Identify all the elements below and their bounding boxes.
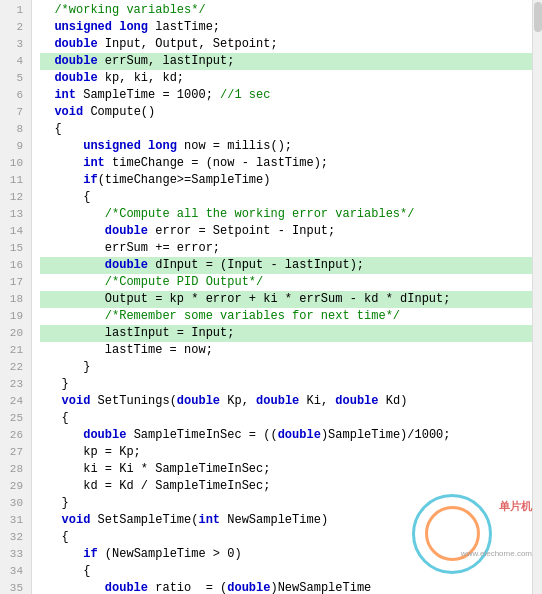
code-line: errSum += error;: [40, 240, 532, 257]
line-number: 14: [8, 223, 23, 240]
code-line: double ratio = (double)NewSampleTime: [40, 580, 532, 594]
code-line: double dInput = (Input - lastInput);: [40, 257, 532, 274]
code-line: {: [40, 563, 532, 580]
code-line: int timeChange = (now - lastTime);: [40, 155, 532, 172]
line-number: 3: [8, 36, 23, 53]
code-line: void SetTunings(double Kp, double Ki, do…: [40, 393, 532, 410]
code-line: if (NewSampleTime > 0): [40, 546, 532, 563]
code-line: lastTime = now;: [40, 342, 532, 359]
line-number: 1: [8, 2, 23, 19]
code-line: double error = Setpoint - Input;: [40, 223, 532, 240]
line-number: 32: [8, 529, 23, 546]
code-line: kd = Kd / SampleTimeInSec;: [40, 478, 532, 495]
scrollbar-track[interactable]: [532, 0, 542, 594]
line-number: 7: [8, 104, 23, 121]
code-line: lastInput = Input;: [40, 325, 532, 342]
line-number: 25: [8, 410, 23, 427]
line-number: 16: [8, 257, 23, 274]
line-number: 10: [8, 155, 23, 172]
line-number: 23: [8, 376, 23, 393]
code-line: unsigned long now = millis();: [40, 138, 532, 155]
line-number: 19: [8, 308, 23, 325]
line-number: 15: [8, 240, 23, 257]
line-number: 22: [8, 359, 23, 376]
line-number: 31: [8, 512, 23, 529]
line-number: 11: [8, 172, 23, 189]
line-number: 6: [8, 87, 23, 104]
line-number: 13: [8, 206, 23, 223]
line-number: 2: [8, 19, 23, 36]
code-line: int SampleTime = 1000; //1 sec: [40, 87, 532, 104]
code-line: {: [40, 121, 532, 138]
code-line: {: [40, 529, 532, 546]
line-number: 4: [8, 53, 23, 70]
line-number: 29: [8, 478, 23, 495]
line-number: 12: [8, 189, 23, 206]
code-line: void SetSampleTime(int NewSampleTime): [40, 512, 532, 529]
code-line: /*Compute PID Output*/: [40, 274, 532, 291]
code-line: /*Compute all the working error variable…: [40, 206, 532, 223]
code-content[interactable]: /*working variables*/ unsigned long last…: [32, 0, 532, 594]
scrollbar-thumb[interactable]: [534, 2, 542, 32]
line-number: 9: [8, 138, 23, 155]
line-number: 5: [8, 70, 23, 87]
line-number: 35: [8, 580, 23, 594]
line-number: 20: [8, 325, 23, 342]
line-number: 17: [8, 274, 23, 291]
line-number: 21: [8, 342, 23, 359]
line-number: 24: [8, 393, 23, 410]
code-line: if(timeChange>=SampleTime): [40, 172, 532, 189]
code-area: 1234567891011121314151617181920212223242…: [0, 0, 542, 594]
code-line: }: [40, 359, 532, 376]
code-line: {: [40, 410, 532, 427]
line-numbers: 1234567891011121314151617181920212223242…: [0, 0, 32, 594]
line-number: 33: [8, 546, 23, 563]
code-line: /*working variables*/: [40, 2, 532, 19]
line-number: 30: [8, 495, 23, 512]
code-line: ki = Ki * SampleTimeInSec;: [40, 461, 532, 478]
code-line: }: [40, 495, 532, 512]
line-number: 34: [8, 563, 23, 580]
code-line: double Input, Output, Setpoint;: [40, 36, 532, 53]
code-line: double kp, ki, kd;: [40, 70, 532, 87]
line-number: 8: [8, 121, 23, 138]
editor-container: 1234567891011121314151617181920212223242…: [0, 0, 542, 594]
line-number: 27: [8, 444, 23, 461]
line-number: 28: [8, 461, 23, 478]
code-line: void Compute(): [40, 104, 532, 121]
code-line: double SampleTimeInSec = ((double)Sample…: [40, 427, 532, 444]
code-line: /*Remember some variables for next time*…: [40, 308, 532, 325]
code-line: kp = Kp;: [40, 444, 532, 461]
line-number: 26: [8, 427, 23, 444]
line-number: 18: [8, 291, 23, 308]
code-line: Output = kp * error + ki * errSum - kd *…: [40, 291, 532, 308]
code-line: }: [40, 376, 532, 393]
code-line: double errSum, lastInput;: [40, 53, 532, 70]
code-line: unsigned long lastTime;: [40, 19, 532, 36]
code-line: {: [40, 189, 532, 206]
